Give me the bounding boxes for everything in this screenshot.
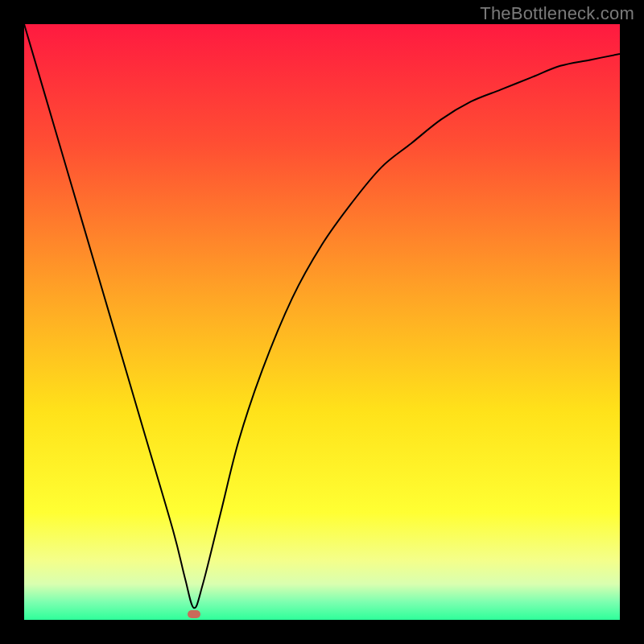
curve-layer xyxy=(24,24,620,620)
chart-frame: TheBottleneck.com xyxy=(0,0,644,644)
optimal-point-marker xyxy=(188,610,200,618)
plot-area xyxy=(24,24,620,620)
watermark-text: TheBottleneck.com xyxy=(480,3,634,24)
bottleneck-curve xyxy=(24,24,620,608)
